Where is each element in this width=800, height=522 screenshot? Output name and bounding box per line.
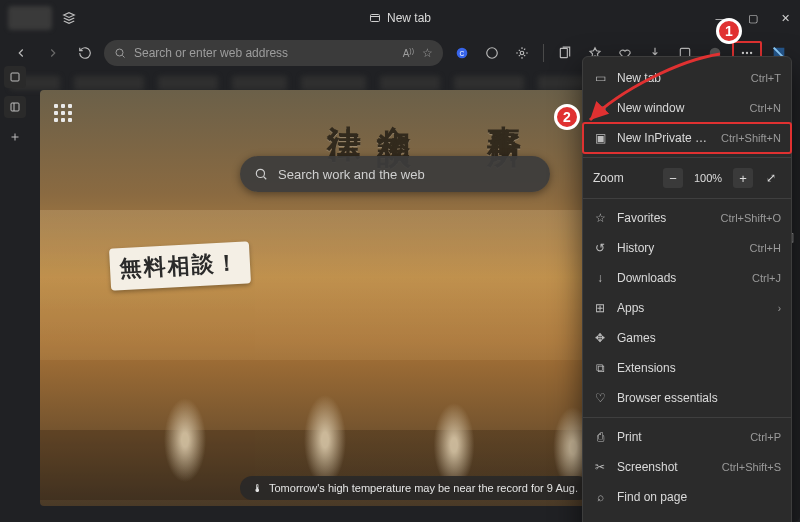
menu-item-shortcut: Ctrl+P <box>750 431 781 443</box>
menu-item-more-tools[interactable]: More tools› <box>583 512 791 522</box>
annotation-1: 1 <box>716 18 742 44</box>
bg-text-1: 法律 <box>320 98 366 106</box>
collections-icon[interactable] <box>552 40 578 66</box>
bg-sign-muryo: 無料相談！ <box>109 241 251 290</box>
svg-rect-12 <box>11 73 19 81</box>
menu-item-screenshot[interactable]: ✂ScreenshotCtrl+Shift+S <box>583 452 791 482</box>
menu-item-history[interactable]: ↺HistoryCtrl+H <box>583 233 791 263</box>
menu-item-icon: ⊞ <box>593 301 607 315</box>
zoom-value: 100% <box>691 172 725 184</box>
svg-text:C: C <box>460 50 465 57</box>
chevron-right-icon: › <box>778 303 781 314</box>
menu-item-label: Downloads <box>617 271 742 285</box>
ntp-search-box[interactable]: Search work and the web <box>240 156 550 192</box>
vertical-tabs-icon[interactable] <box>4 96 26 118</box>
menu-separator <box>583 198 791 199</box>
menu-item-shortcut: Ctrl+Shift+N <box>721 132 781 144</box>
svg-point-4 <box>487 48 498 59</box>
menu-item-print[interactable]: ⎙PrintCtrl+P <box>583 422 791 452</box>
ntp-search-placeholder: Search work and the web <box>278 167 425 182</box>
menu-item-label: Extensions <box>617 361 781 375</box>
workspaces-icon[interactable] <box>62 11 76 25</box>
menu-item-icon: ▣ <box>593 131 607 145</box>
svg-point-14 <box>256 169 264 177</box>
svg-rect-13 <box>11 103 19 111</box>
menu-zoom-row: Zoom−100%+⤢ <box>583 162 791 194</box>
tab-title-text: New tab <box>387 11 431 25</box>
read-aloud-icon[interactable]: A)) <box>403 47 414 59</box>
menu-item-label: Browser essentials <box>617 391 781 405</box>
svg-point-10 <box>746 52 748 54</box>
annotation-arrow <box>580 50 730 130</box>
title-bar: New tab — ▢ ✕ <box>0 0 800 36</box>
bg-text-3: 事務所 <box>480 98 526 110</box>
svg-rect-0 <box>370 15 379 22</box>
bg-text-2: 金相談 <box>370 98 416 110</box>
close-button[interactable]: ✕ <box>776 12 794 25</box>
menu-item-find-on-page[interactable]: ⌕Find on page <box>583 482 791 512</box>
toolbar-divider <box>543 44 544 62</box>
menu-item-shortcut: Ctrl+N <box>750 102 781 114</box>
menu-item-label: Apps <box>617 301 768 315</box>
menu-item-shortcut: Ctrl+J <box>752 272 781 284</box>
menu-item-label: Find on page <box>617 490 781 504</box>
menu-item-downloads[interactable]: ↓DownloadsCtrl+J <box>583 263 791 293</box>
svg-point-11 <box>750 52 752 54</box>
menu-item-shortcut: Ctrl+Shift+O <box>720 212 781 224</box>
menu-separator <box>583 157 791 158</box>
search-icon <box>114 47 126 59</box>
vertical-tabs-bar <box>4 66 26 148</box>
menu-item-shortcut: Ctrl+H <box>750 242 781 254</box>
tracking-prevention-icon[interactable]: C <box>449 40 475 66</box>
menu-item-apps[interactable]: ⊞Apps› <box>583 293 791 323</box>
annotation-2: 2 <box>554 104 580 130</box>
zoom-label: Zoom <box>593 171 655 185</box>
ext-icon-1[interactable] <box>479 40 505 66</box>
ext-icon-2[interactable] <box>509 40 535 66</box>
refresh-button[interactable] <box>72 40 98 66</box>
menu-item-extensions[interactable]: ⧉Extensions <box>583 353 791 383</box>
thermometer-icon: 🌡 <box>252 482 263 494</box>
menu-item-label: New InPrivate window <box>617 131 711 145</box>
address-placeholder: Search or enter web address <box>134 46 395 60</box>
menu-item-label: Games <box>617 331 781 345</box>
menu-item-browser-essentials[interactable]: ♡Browser essentials <box>583 383 791 413</box>
forward-button[interactable] <box>40 40 66 66</box>
weather-text: Tomorrow's high temperature may be near … <box>269 482 578 494</box>
menu-item-icon: ⧉ <box>593 361 607 375</box>
svg-point-5 <box>520 51 524 55</box>
address-bar[interactable]: Search or enter web address A)) ☆ <box>104 40 443 66</box>
menu-item-icon: ↓ <box>593 271 607 285</box>
menu-item-favorites[interactable]: ☆FavoritesCtrl+Shift+O <box>583 203 791 233</box>
fullscreen-button[interactable]: ⤢ <box>761 168 781 188</box>
app-launcher-icon[interactable] <box>54 104 76 126</box>
zoom-out-button[interactable]: − <box>663 168 683 188</box>
weather-card[interactable]: 🌡 Tomorrow's high temperature may be nea… <box>240 476 590 500</box>
menu-item-shortcut: Ctrl+T <box>751 72 781 84</box>
menu-item-icon: ✥ <box>593 331 607 345</box>
svg-rect-6 <box>560 48 567 57</box>
window-title: New tab <box>369 11 431 25</box>
menu-item-games[interactable]: ✥Games <box>583 323 791 353</box>
menu-item-icon: ☆ <box>593 211 607 225</box>
menu-item-shortcut: Ctrl+Shift+S <box>722 461 781 473</box>
svg-point-1 <box>116 49 123 56</box>
back-button[interactable] <box>8 40 34 66</box>
menu-item-label: Favorites <box>617 211 710 225</box>
zoom-in-button[interactable]: + <box>733 168 753 188</box>
tab-actions-icon[interactable] <box>4 66 26 88</box>
menu-item-icon: ✂ <box>593 460 607 474</box>
menu-item-icon: ⌕ <box>593 490 607 504</box>
menu-item-label: Screenshot <box>617 460 712 474</box>
menu-item-label: History <box>617 241 740 255</box>
favorite-star-icon[interactable]: ☆ <box>422 46 433 60</box>
menu-item-icon: ♡ <box>593 391 607 405</box>
svg-point-9 <box>742 52 744 54</box>
menu-separator <box>583 417 791 418</box>
tab-thumbnail[interactable] <box>8 6 52 30</box>
menu-item-icon: ⎙ <box>593 430 607 444</box>
maximize-button[interactable]: ▢ <box>744 12 762 25</box>
menu-item-icon: ↺ <box>593 241 607 255</box>
menu-item-label: Print <box>617 430 740 444</box>
new-tab-icon[interactable] <box>4 126 26 148</box>
